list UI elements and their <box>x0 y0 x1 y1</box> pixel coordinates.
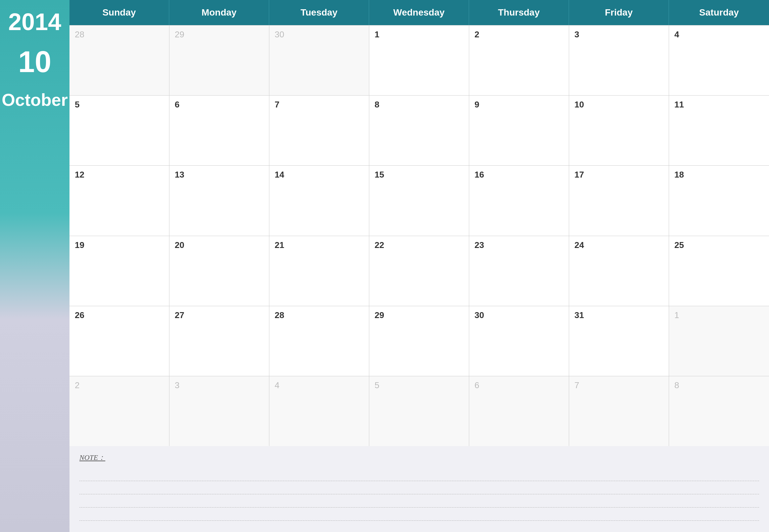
day-cell[interactable]: 31 <box>569 306 669 376</box>
day-cell[interactable]: 4 <box>269 376 369 446</box>
notes-section: NOTE： <box>69 446 769 532</box>
day-cell[interactable]: 3 <box>169 376 269 446</box>
day-cell[interactable]: 21 <box>269 236 369 306</box>
note-line[interactable] <box>79 509 759 521</box>
week-row-3: 19202122232425 <box>69 236 769 306</box>
day-cell[interactable]: 2 <box>69 376 169 446</box>
note-line[interactable] <box>79 482 759 494</box>
day-cell[interactable]: 7 <box>269 96 369 165</box>
day-number: 1 <box>674 310 679 320</box>
day-number: 29 <box>375 310 384 320</box>
year-label: 2014 <box>8 10 61 34</box>
day-cell[interactable]: 12 <box>69 166 169 235</box>
sidebar: 2014 10 October <box>0 0 69 532</box>
day-number: 3 <box>574 29 579 39</box>
day-number: 2 <box>75 380 79 390</box>
day-cell[interactable]: 22 <box>369 236 469 306</box>
day-number: 6 <box>474 380 479 390</box>
weeks-container: 2829301234567891011121314151617181920212… <box>69 25 769 446</box>
day-number: 7 <box>275 100 279 109</box>
header-day-tuesday: Tuesday <box>269 0 369 25</box>
day-number: 10 <box>574 100 584 109</box>
day-cell[interactable]: 7 <box>569 376 669 446</box>
day-number: 28 <box>75 29 84 39</box>
day-cell[interactable]: 29 <box>369 306 469 376</box>
day-cell[interactable]: 28 <box>69 25 169 95</box>
day-number: 13 <box>175 170 184 180</box>
day-cell[interactable]: 4 <box>669 25 769 95</box>
day-number: 24 <box>574 240 584 250</box>
day-number: 17 <box>574 170 584 180</box>
header-day-wednesday: Wednesday <box>369 0 469 25</box>
day-number: 25 <box>674 240 684 250</box>
week-row-4: 2627282930311 <box>69 306 769 376</box>
day-number: 11 <box>674 100 684 109</box>
day-number: 8 <box>674 380 679 390</box>
week-row-2: 12131415161718 <box>69 165 769 235</box>
day-cell[interactable]: 13 <box>169 166 269 235</box>
day-number: 22 <box>375 240 384 250</box>
day-number: 8 <box>375 100 379 109</box>
day-cell[interactable]: 10 <box>569 96 669 165</box>
note-line[interactable] <box>79 496 759 508</box>
calendar-grid: SundayMondayTuesdayWednesdayThursdayFrid… <box>69 0 769 446</box>
day-number: 31 <box>574 310 584 320</box>
day-cell[interactable]: 18 <box>669 166 769 235</box>
day-cell[interactable]: 23 <box>469 236 569 306</box>
day-number: 23 <box>474 240 484 250</box>
day-cell[interactable]: 20 <box>169 236 269 306</box>
day-number: 7 <box>574 380 579 390</box>
day-cell[interactable]: 16 <box>469 166 569 235</box>
day-cell[interactable]: 17 <box>569 166 669 235</box>
day-cell[interactable]: 1 <box>369 25 469 95</box>
day-cell[interactable]: 5 <box>69 96 169 165</box>
day-cell[interactable]: 9 <box>469 96 569 165</box>
day-cell[interactable]: 19 <box>69 236 169 306</box>
day-number: 27 <box>175 310 184 320</box>
day-cell[interactable]: 27 <box>169 306 269 376</box>
note-line[interactable] <box>79 469 759 481</box>
header-day-thursday: Thursday <box>469 0 569 25</box>
day-number: 1 <box>375 29 379 39</box>
header-day-friday: Friday <box>569 0 669 25</box>
day-number: 19 <box>75 240 84 250</box>
day-number: 21 <box>275 240 284 250</box>
month-name-label: October <box>2 90 67 110</box>
day-number: 4 <box>275 380 279 390</box>
day-cell[interactable]: 5 <box>369 376 469 446</box>
day-cell[interactable]: 26 <box>69 306 169 376</box>
day-cell[interactable]: 15 <box>369 166 469 235</box>
month-number-label: 10 <box>18 47 51 77</box>
day-number: 30 <box>474 310 484 320</box>
header-day-monday: Monday <box>169 0 269 25</box>
day-cell[interactable]: 1 <box>669 306 769 376</box>
day-cell[interactable]: 30 <box>469 306 569 376</box>
week-row-0: 2829301234 <box>69 25 769 95</box>
day-cell[interactable]: 8 <box>669 376 769 446</box>
day-cell[interactable]: 14 <box>269 166 369 235</box>
header-day-saturday: Saturday <box>669 0 769 25</box>
day-cell[interactable]: 30 <box>269 25 369 95</box>
day-number: 12 <box>75 170 84 180</box>
day-number: 26 <box>75 310 84 320</box>
day-number: 5 <box>375 380 379 390</box>
day-cell[interactable]: 8 <box>369 96 469 165</box>
day-headers: SundayMondayTuesdayWednesdayThursdayFrid… <box>69 0 769 25</box>
day-cell[interactable]: 3 <box>569 25 669 95</box>
day-cell[interactable]: 24 <box>569 236 669 306</box>
notes-label: NOTE： <box>79 453 759 463</box>
day-number: 30 <box>275 29 284 39</box>
day-cell[interactable]: 28 <box>269 306 369 376</box>
day-number: 5 <box>75 100 79 109</box>
day-cell[interactable]: 6 <box>169 96 269 165</box>
day-cell[interactable]: 6 <box>469 376 569 446</box>
day-cell[interactable]: 2 <box>469 25 569 95</box>
day-cell[interactable]: 11 <box>669 96 769 165</box>
day-cell[interactable]: 25 <box>669 236 769 306</box>
day-cell[interactable]: 29 <box>169 25 269 95</box>
week-row-1: 567891011 <box>69 95 769 165</box>
day-number: 3 <box>175 380 179 390</box>
day-number: 2 <box>474 29 479 39</box>
day-number: 18 <box>674 170 684 180</box>
header-day-sunday: Sunday <box>69 0 169 25</box>
